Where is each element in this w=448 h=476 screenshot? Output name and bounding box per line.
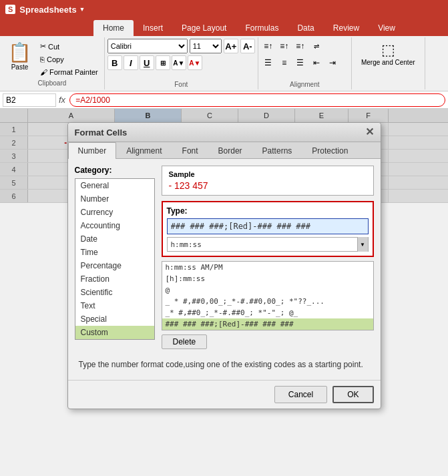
copy-icon: ⎘ — [40, 55, 45, 63]
category-time[interactable]: Time — [75, 246, 154, 259]
tab-insert[interactable]: Insert — [134, 20, 172, 36]
type-list-item-2[interactable]: @ — [162, 284, 373, 296]
modal-title: Format Cells — [75, 128, 128, 138]
increase-font-button[interactable]: A+ — [224, 39, 238, 53]
underline-button[interactable]: U — [140, 55, 154, 70]
merge-label: Merge and Center — [361, 59, 415, 66]
category-date[interactable]: Date — [75, 232, 154, 246]
category-custom[interactable]: Custom — [75, 326, 154, 339]
sample-box: Sample - 123 457 — [162, 166, 374, 196]
delete-button[interactable]: Delete — [162, 334, 208, 349]
type-list[interactable]: h:mm:ss AM/PM [h]:mm:ss @ _ * #,##0,00_;… — [162, 261, 374, 330]
formula-input[interactable] — [69, 93, 445, 107]
alignment-group: ≡↑ ≡↑ ≡↑ ⇌ ☰ ≡ ☰ ⇤ ⇥ Alignment — [258, 37, 352, 89]
paste-icon: 📋 — [8, 41, 31, 63]
paste-button[interactable]: 📋 Paste — [3, 39, 37, 73]
italic-button[interactable]: I — [124, 55, 138, 70]
category-scientific[interactable]: Scientific — [75, 286, 154, 299]
category-accounting[interactable]: Accounting — [75, 219, 154, 232]
cut-label: Cut — [48, 43, 59, 51]
modal-tab-border[interactable]: Border — [208, 142, 252, 159]
paste-label: Paste — [11, 63, 29, 71]
format-painter-button[interactable]: 🖌 Format Painter — [37, 66, 101, 78]
fill-color-button[interactable]: A▼ — [172, 55, 186, 70]
borders-button[interactable]: ⊞ — [156, 55, 170, 70]
tab-formulas[interactable]: Formulas — [236, 20, 288, 36]
font-family-select[interactable]: Calibri — [107, 39, 188, 53]
spreadsheet: A B C D E F 1 123 456 789 123 457 2 -123… — [0, 109, 448, 203]
align-center-button[interactable]: ≡ — [277, 55, 292, 70]
format-cells-modal: Format Cells ✕ Number Alignment Font Bor… — [67, 122, 381, 409]
category-section: Category: General Number Currency Accoun… — [75, 166, 155, 349]
merge-icon: ⬚ — [381, 41, 395, 59]
cancel-button[interactable]: Cancel — [274, 386, 327, 403]
app-dropdown-arrow[interactable]: ▼ — [79, 6, 85, 13]
decrease-font-button[interactable]: A- — [240, 39, 255, 53]
modal-tab-number[interactable]: Number — [68, 142, 117, 159]
modal-tab-patterns[interactable]: Patterns — [252, 142, 302, 159]
type-input[interactable] — [167, 218, 369, 234]
merge-center-button[interactable]: ⬚ Merge and Center — [359, 39, 418, 69]
font-group-label: Font — [107, 81, 255, 88]
modal-footer: Cancel OK — [68, 380, 381, 409]
align-top-left-button[interactable]: ≡↑ — [261, 39, 276, 53]
indent-increase-button[interactable]: ⇥ — [325, 55, 340, 70]
format-painter-label: Format Painter — [49, 68, 98, 76]
modal-tabs: Number Alignment Font Border Patterns Pr… — [68, 142, 381, 159]
tab-home[interactable]: Home — [93, 20, 134, 36]
cell-reference-input[interactable] — [3, 93, 56, 107]
bold-button[interactable]: B — [107, 55, 122, 70]
ribbon-tabs: Home Insert Page Layout Formulas Data Re… — [0, 19, 448, 36]
type-section: Type: h:mm:ss ▼ — [162, 201, 374, 257]
modal-close-button[interactable]: ✕ — [365, 127, 374, 138]
ok-button[interactable]: OK — [332, 386, 373, 403]
format-painter-icon: 🖌 — [40, 68, 47, 76]
tab-page-layout[interactable]: Page Layout — [172, 20, 236, 36]
category-text[interactable]: Text — [75, 299, 154, 312]
sample-label: Sample — [169, 170, 367, 178]
type-list-item-1[interactable]: [h]:mm:ss — [162, 273, 373, 284]
modal-tab-protection[interactable]: Protection — [302, 142, 358, 159]
type-list-item-4[interactable]: _* #,##0_;_*-#.##0_; *"-"_; @_ — [162, 307, 373, 318]
category-currency[interactable]: Currency — [75, 206, 154, 219]
wrap-text-button[interactable]: ⇌ — [309, 39, 324, 53]
ribbon-toolbar: 📋 Paste ✂ Cut ⎘ Copy 🖌 Format Painter Cl… — [0, 36, 448, 91]
fx-label: fx — [59, 95, 65, 105]
align-top-center-button[interactable]: ≡↑ — [277, 39, 292, 53]
modal-body: Category: General Number Currency Accoun… — [68, 159, 381, 380]
align-right-button[interactable]: ☰ — [293, 55, 308, 70]
type-dropdown[interactable]: h:mm:ss ▼ — [167, 237, 369, 252]
category-percentage[interactable]: Percentage — [75, 259, 154, 272]
align-left-button[interactable]: ☰ — [261, 55, 276, 70]
category-label: Category: — [75, 166, 155, 175]
indent-decrease-button[interactable]: ⇤ — [309, 55, 324, 70]
cut-icon: ✂ — [40, 42, 46, 51]
clipboard-small-buttons: ✂ Cut ⎘ Copy 🖌 Format Painter — [37, 39, 101, 78]
tab-data[interactable]: Data — [288, 20, 323, 36]
align-top-right-button[interactable]: ≡↑ — [293, 39, 308, 53]
merge-group: ⬚ Merge and Center — [352, 37, 425, 89]
category-number[interactable]: Number — [75, 192, 154, 206]
category-list[interactable]: General Number Currency Accounting Date … — [75, 178, 155, 340]
sample-value: - 123 457 — [169, 180, 367, 191]
modal-tab-alignment[interactable]: Alignment — [116, 142, 172, 159]
tab-review[interactable]: Review — [324, 20, 369, 36]
type-list-item-3[interactable]: _ * #,##0,00_;_*-#.##0,00_; *"??_... — [162, 296, 373, 307]
category-general[interactable]: General — [75, 179, 154, 192]
right-panel: Sample - 123 457 Type: h:mm:ss ▼ — [162, 166, 374, 349]
type-list-item-0[interactable]: h:mm:ss AM/PM — [162, 262, 373, 273]
alignment-group-label: Alignment — [261, 81, 349, 88]
font-size-select[interactable]: 11 — [190, 39, 222, 53]
category-fraction[interactable]: Fraction — [75, 272, 154, 286]
tab-view[interactable]: View — [369, 20, 405, 36]
font-color-button[interactable]: A▼ — [188, 55, 202, 70]
category-special[interactable]: Special — [75, 312, 154, 326]
copy-label: Copy — [47, 55, 64, 63]
modal-tab-font[interactable]: Font — [172, 142, 208, 159]
app-name: Spreadsheets — [19, 5, 76, 15]
type-dropdown-arrow[interactable]: ▼ — [357, 237, 368, 252]
type-list-item-5[interactable]: ### ### ###;[Red]-### ### ### — [162, 318, 373, 330]
modal-overlay: Format Cells ✕ Number Alignment Font Bor… — [0, 109, 448, 203]
cut-button[interactable]: ✂ Cut — [37, 40, 101, 53]
copy-button[interactable]: ⎘ Copy — [37, 53, 101, 65]
